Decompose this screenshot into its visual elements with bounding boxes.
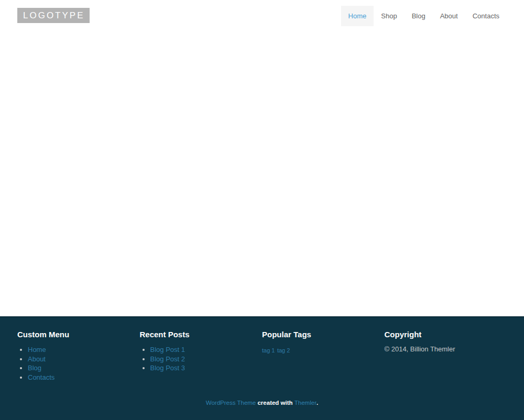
footer-link-blog-post-3[interactable]: Blog Post 3 (150, 364, 185, 372)
copyright-text: © 2014, Billion Themler (385, 345, 497, 353)
nav-item-shop[interactable]: Shop (374, 6, 404, 26)
recent-posts-heading: Recent Posts (140, 330, 252, 339)
list-item: Home (28, 345, 129, 355)
main-content-area (0, 31, 524, 316)
footer-link-blog-post-1[interactable]: Blog Post 1 (150, 346, 185, 353)
list-item: Contacts (28, 373, 129, 382)
popular-tags-heading: Popular Tags (262, 330, 374, 339)
footer-link-blog[interactable]: Blog (28, 364, 41, 372)
tag-link-2[interactable]: tag 2 (277, 347, 290, 353)
custom-menu-heading: Custom Menu (17, 330, 129, 339)
footer-column-recent-posts: Recent Posts Blog Post 1 Blog Post 2 Blo… (140, 330, 263, 382)
recent-posts-list: Blog Post 1 Blog Post 2 Blog Post 3 (140, 345, 252, 373)
tag-link-1[interactable]: tag 1 (262, 347, 275, 353)
footer-link-home[interactable]: Home (28, 346, 46, 353)
copyright-heading: Copyright (385, 330, 497, 339)
nav-item-blog[interactable]: Blog (405, 6, 433, 26)
footer-link-contacts[interactable]: Contacts (28, 373, 54, 381)
tag-cloud: tag 1 tag 2 (262, 345, 374, 355)
list-item: Blog Post 2 (150, 355, 252, 364)
nav-item-contacts[interactable]: Contacts (465, 6, 507, 26)
credits-text: created with (256, 400, 294, 406)
main-nav: Home Shop Blog About Contacts (341, 6, 507, 26)
footer-credits: WordPress Theme created with Themler. (17, 400, 507, 406)
list-item: Blog (28, 363, 129, 373)
credits-period: . (316, 400, 318, 406)
nav-item-about[interactable]: About (433, 6, 465, 26)
page: LOGOTYPE Home Shop Blog About Contacts C… (0, 0, 524, 420)
site-footer: Custom Menu Home About Blog Contacts (0, 316, 524, 420)
list-item: Blog Post 1 (150, 345, 252, 355)
logo[interactable]: LOGOTYPE (17, 8, 90, 23)
custom-menu-list: Home About Blog Contacts (17, 345, 129, 382)
list-item: About (28, 355, 129, 364)
footer-link-blog-post-2[interactable]: Blog Post 2 (150, 355, 185, 363)
footer-columns: Custom Menu Home About Blog Contacts (17, 317, 507, 382)
site-header: LOGOTYPE Home Shop Blog About Contacts (0, 0, 524, 31)
footer-link-about[interactable]: About (28, 355, 46, 363)
list-item: Blog Post 3 (150, 363, 252, 373)
nav-item-home[interactable]: Home (341, 6, 374, 26)
footer-column-custom-menu: Custom Menu Home About Blog Contacts (17, 330, 140, 382)
themler-link[interactable]: Themler (294, 400, 316, 406)
footer-column-popular-tags: Popular Tags tag 1 tag 2 (262, 330, 385, 382)
wordpress-theme-link[interactable]: WordPress Theme (206, 400, 256, 406)
footer-column-copyright: Copyright © 2014, Billion Themler (385, 330, 507, 382)
